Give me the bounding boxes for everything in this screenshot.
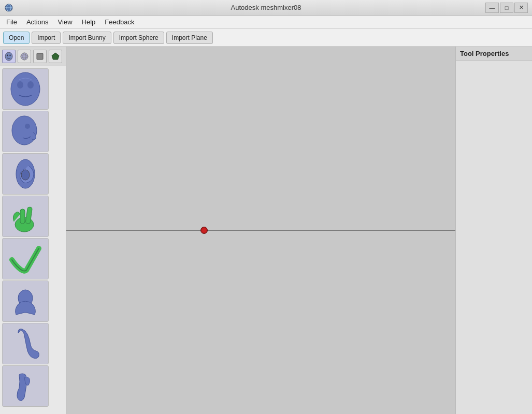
menu-item-view[interactable]: View — [54, 17, 77, 27]
toolbar-btn-import-bunny[interactable]: Import Bunny — [63, 32, 111, 44]
face-icon — [4, 52, 13, 61]
mesh-list — [0, 66, 66, 414]
pentagon-icon — [51, 52, 60, 61]
toolbar-btn-import-sphere[interactable]: Import Sphere — [113, 32, 164, 44]
sidebar-tabs — [0, 47, 66, 66]
menu-bar: FileActionsViewHelpFeedback — [0, 16, 532, 29]
svg-point-15 — [25, 124, 30, 129]
list-item[interactable] — [2, 153, 49, 195]
mesh-thumbnail-5 — [5, 240, 46, 277]
sidebar-tab-pentagon[interactable] — [49, 50, 62, 63]
app-icon — [4, 3, 13, 12]
list-item[interactable] — [2, 111, 49, 152]
title-bar: Autodesk meshmixer08 — □ ✕ — [0, 0, 532, 16]
svg-point-3 — [5, 52, 12, 61]
minimize-button[interactable]: — — [485, 3, 499, 13]
sidebar-tab-sphere[interactable] — [18, 50, 31, 63]
horizon-line — [66, 230, 455, 231]
sidebar-tab-square[interactable] — [33, 50, 47, 63]
list-item[interactable] — [2, 365, 49, 407]
menu-item-help[interactable]: Help — [78, 17, 100, 27]
toolbar-btn-import[interactable]: Import — [32, 32, 61, 44]
menu-item-feedback[interactable]: Feedback — [100, 17, 138, 27]
list-item[interactable] — [2, 238, 49, 279]
toolbar-btn-open[interactable]: Open — [3, 32, 30, 44]
main-layout: Tool Properties — [0, 47, 532, 414]
svg-point-13 — [27, 81, 34, 88]
app-title: Autodesk meshmixer08 — [231, 4, 301, 11]
svg-point-11 — [11, 72, 40, 106]
list-item[interactable] — [2, 323, 49, 364]
toolbar-btn-import-plane[interactable]: Import Plane — [166, 32, 213, 44]
tool-properties-header: Tool Properties — [456, 47, 532, 61]
mesh-thumbnail-3 — [5, 155, 46, 193]
mesh-items-container — [0, 66, 66, 414]
list-item[interactable] — [2, 196, 49, 237]
mesh-thumbnail-1 — [5, 70, 46, 108]
mesh-thumbnail-8 — [5, 367, 46, 405]
right-panel: Tool Properties — [455, 47, 532, 414]
svg-point-14 — [12, 116, 37, 145]
center-marker — [200, 227, 208, 234]
menu-item-actions[interactable]: Actions — [22, 17, 53, 27]
close-button[interactable]: ✕ — [514, 3, 528, 13]
left-sidebar — [0, 47, 66, 414]
svg-rect-9 — [37, 53, 43, 60]
svg-point-17 — [21, 170, 30, 180]
mesh-thumbnail-2 — [5, 113, 46, 150]
title-left — [4, 3, 13, 12]
mesh-thumbnail-7 — [5, 325, 46, 362]
sphere-icon — [20, 52, 29, 61]
title-controls: — □ ✕ — [485, 3, 528, 13]
svg-point-4 — [7, 54, 8, 56]
list-item[interactable] — [2, 280, 49, 322]
mesh-thumbnail-4 — [5, 198, 46, 235]
svg-marker-10 — [52, 53, 59, 60]
sidebar-tab-face[interactable] — [2, 50, 16, 63]
toolbar: OpenImportImport BunnyImport SphereImpor… — [0, 29, 532, 47]
canvas-area[interactable] — [66, 47, 455, 414]
maximize-button[interactable]: □ — [500, 3, 513, 13]
svg-point-6 — [21, 53, 28, 60]
list-item[interactable] — [2, 68, 49, 110]
menu-item-file[interactable]: File — [2, 17, 21, 27]
svg-point-5 — [9, 54, 10, 56]
mesh-thumbnail-6 — [5, 283, 46, 320]
svg-rect-19 — [20, 209, 25, 224]
svg-point-12 — [17, 81, 23, 88]
square-icon — [35, 52, 45, 61]
